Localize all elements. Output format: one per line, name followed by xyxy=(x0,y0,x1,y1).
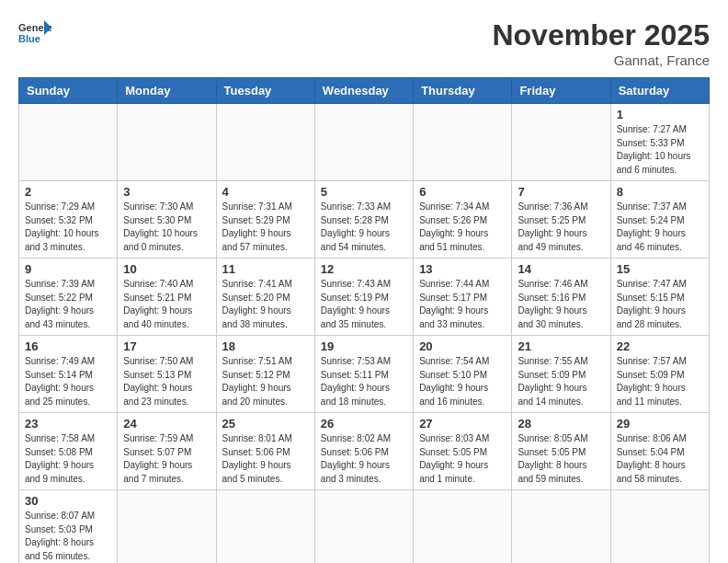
day-info: Sunrise: 7:50 AM Sunset: 5:13 PM Dayligh… xyxy=(123,355,210,408)
day-number: 9 xyxy=(25,262,111,276)
calendar-cell xyxy=(610,490,709,564)
day-header-saturday: Saturday xyxy=(610,78,709,104)
day-info: Sunrise: 7:37 AM Sunset: 5:24 PM Dayligh… xyxy=(617,201,703,254)
day-info: Sunrise: 7:34 AM Sunset: 5:26 PM Dayligh… xyxy=(419,201,506,254)
day-number: 25 xyxy=(222,417,309,431)
day-number: 26 xyxy=(321,417,407,431)
calendar-cell: 8Sunrise: 7:37 AM Sunset: 5:24 PM Daylig… xyxy=(610,181,709,259)
page-header: General Blue November 2025 Gannat, Franc… xyxy=(18,18,710,68)
location-label: Gannat, France xyxy=(492,52,710,68)
day-info: Sunrise: 7:58 AM Sunset: 5:08 PM Dayligh… xyxy=(25,432,111,486)
day-number: 7 xyxy=(518,185,604,199)
calendar-cell xyxy=(118,490,216,564)
day-number: 4 xyxy=(222,185,309,199)
week-row-5: 30Sunrise: 8:07 AM Sunset: 5:03 PM Dayli… xyxy=(19,490,710,564)
day-number: 24 xyxy=(123,417,210,431)
week-row-2: 9Sunrise: 7:39 AM Sunset: 5:22 PM Daylig… xyxy=(19,259,710,336)
calendar-cell: 28Sunrise: 8:05 AM Sunset: 5:05 PM Dayli… xyxy=(512,413,610,490)
day-header-thursday: Thursday xyxy=(414,78,512,104)
day-number: 3 xyxy=(123,185,210,199)
month-title: November 2025 xyxy=(492,18,710,52)
day-number: 8 xyxy=(617,185,703,199)
day-number: 13 xyxy=(419,262,506,276)
day-number: 19 xyxy=(321,339,407,353)
week-row-3: 16Sunrise: 7:49 AM Sunset: 5:14 PM Dayli… xyxy=(19,336,710,413)
day-info: Sunrise: 8:03 AM Sunset: 5:05 PM Dayligh… xyxy=(419,432,506,486)
day-number: 27 xyxy=(419,417,506,431)
calendar-cell xyxy=(118,104,216,181)
calendar-cell xyxy=(216,104,314,181)
days-header-row: SundayMondayTuesdayWednesdayThursdayFrid… xyxy=(19,78,710,104)
day-info: Sunrise: 7:59 AM Sunset: 5:07 PM Dayligh… xyxy=(123,432,210,486)
day-number: 12 xyxy=(321,262,407,276)
calendar-cell: 10Sunrise: 7:40 AM Sunset: 5:21 PM Dayli… xyxy=(118,259,216,336)
day-number: 5 xyxy=(321,185,407,199)
day-number: 30 xyxy=(25,494,111,508)
calendar-table: SundayMondayTuesdayWednesdayThursdayFrid… xyxy=(18,77,710,563)
day-number: 16 xyxy=(25,339,111,353)
calendar-cell: 13Sunrise: 7:44 AM Sunset: 5:17 PM Dayli… xyxy=(414,259,512,336)
day-info: Sunrise: 7:39 AM Sunset: 5:22 PM Dayligh… xyxy=(25,278,111,331)
calendar-cell: 14Sunrise: 7:46 AM Sunset: 5:16 PM Dayli… xyxy=(512,259,610,336)
calendar-cell: 7Sunrise: 7:36 AM Sunset: 5:25 PM Daylig… xyxy=(512,181,610,259)
svg-text:Blue: Blue xyxy=(18,33,40,44)
day-number: 14 xyxy=(518,262,604,276)
day-info: Sunrise: 8:07 AM Sunset: 5:03 PM Dayligh… xyxy=(25,510,111,563)
day-info: Sunrise: 7:46 AM Sunset: 5:16 PM Dayligh… xyxy=(518,278,604,331)
day-info: Sunrise: 7:41 AM Sunset: 5:20 PM Dayligh… xyxy=(222,278,309,331)
day-number: 28 xyxy=(518,417,604,431)
day-info: Sunrise: 8:06 AM Sunset: 5:04 PM Dayligh… xyxy=(617,432,703,486)
calendar-cell: 15Sunrise: 7:47 AM Sunset: 5:15 PM Dayli… xyxy=(610,259,709,336)
calendar-cell: 6Sunrise: 7:34 AM Sunset: 5:26 PM Daylig… xyxy=(414,181,512,259)
title-block: November 2025 Gannat, France xyxy=(492,18,710,68)
day-header-friday: Friday xyxy=(512,78,610,104)
day-number: 17 xyxy=(123,339,210,353)
calendar-cell: 23Sunrise: 7:58 AM Sunset: 5:08 PM Dayli… xyxy=(19,413,118,490)
day-number: 2 xyxy=(25,185,111,199)
day-info: Sunrise: 7:43 AM Sunset: 5:19 PM Dayligh… xyxy=(321,278,407,331)
calendar-cell: 19Sunrise: 7:53 AM Sunset: 5:11 PM Dayli… xyxy=(314,336,413,413)
calendar-cell: 24Sunrise: 7:59 AM Sunset: 5:07 PM Dayli… xyxy=(118,413,216,490)
calendar-cell: 26Sunrise: 8:02 AM Sunset: 5:06 PM Dayli… xyxy=(314,413,413,490)
day-info: Sunrise: 7:53 AM Sunset: 5:11 PM Dayligh… xyxy=(321,355,407,408)
calendar-cell xyxy=(314,490,413,564)
day-info: Sunrise: 7:30 AM Sunset: 5:30 PM Dayligh… xyxy=(123,201,210,254)
day-number: 6 xyxy=(419,185,506,199)
day-number: 18 xyxy=(222,339,309,353)
calendar-cell xyxy=(512,104,610,181)
day-info: Sunrise: 7:40 AM Sunset: 5:21 PM Dayligh… xyxy=(123,278,210,331)
calendar-cell xyxy=(512,490,610,564)
calendar-cell: 21Sunrise: 7:55 AM Sunset: 5:09 PM Dayli… xyxy=(512,336,610,413)
day-header-wednesday: Wednesday xyxy=(314,78,413,104)
calendar-cell: 3Sunrise: 7:30 AM Sunset: 5:30 PM Daylig… xyxy=(118,181,216,259)
calendar-cell xyxy=(414,104,512,181)
calendar-cell: 27Sunrise: 8:03 AM Sunset: 5:05 PM Dayli… xyxy=(414,413,512,490)
day-number: 1 xyxy=(617,108,703,121)
calendar-cell: 1Sunrise: 7:27 AM Sunset: 5:33 PM Daylig… xyxy=(610,104,709,181)
day-info: Sunrise: 7:36 AM Sunset: 5:25 PM Dayligh… xyxy=(518,201,604,254)
logo: General Blue xyxy=(18,18,51,46)
day-info: Sunrise: 7:44 AM Sunset: 5:17 PM Dayligh… xyxy=(419,278,506,331)
generalblue-logo-icon: General Blue xyxy=(18,18,51,46)
calendar-cell: 12Sunrise: 7:43 AM Sunset: 5:19 PM Dayli… xyxy=(314,259,413,336)
calendar-cell: 4Sunrise: 7:31 AM Sunset: 5:29 PM Daylig… xyxy=(216,181,314,259)
day-info: Sunrise: 7:27 AM Sunset: 5:33 PM Dayligh… xyxy=(617,123,703,177)
day-info: Sunrise: 8:01 AM Sunset: 5:06 PM Dayligh… xyxy=(222,432,309,486)
calendar-cell: 9Sunrise: 7:39 AM Sunset: 5:22 PM Daylig… xyxy=(19,259,118,336)
calendar-cell: 17Sunrise: 7:50 AM Sunset: 5:13 PM Dayli… xyxy=(118,336,216,413)
day-number: 23 xyxy=(25,417,111,431)
calendar-cell: 30Sunrise: 8:07 AM Sunset: 5:03 PM Dayli… xyxy=(19,490,118,564)
day-info: Sunrise: 7:51 AM Sunset: 5:12 PM Dayligh… xyxy=(222,355,309,408)
day-header-tuesday: Tuesday xyxy=(216,78,314,104)
calendar-cell: 22Sunrise: 7:57 AM Sunset: 5:09 PM Dayli… xyxy=(610,336,709,413)
week-row-1: 2Sunrise: 7:29 AM Sunset: 5:32 PM Daylig… xyxy=(19,181,710,259)
week-row-4: 23Sunrise: 7:58 AM Sunset: 5:08 PM Dayli… xyxy=(19,413,710,490)
calendar-cell: 5Sunrise: 7:33 AM Sunset: 5:28 PM Daylig… xyxy=(314,181,413,259)
day-info: Sunrise: 7:57 AM Sunset: 5:09 PM Dayligh… xyxy=(617,355,703,408)
day-number: 20 xyxy=(419,339,506,353)
day-info: Sunrise: 7:33 AM Sunset: 5:28 PM Dayligh… xyxy=(321,201,407,254)
day-number: 11 xyxy=(222,262,309,276)
day-info: Sunrise: 8:05 AM Sunset: 5:05 PM Dayligh… xyxy=(518,432,604,486)
day-header-sunday: Sunday xyxy=(19,78,118,104)
calendar-cell: 29Sunrise: 8:06 AM Sunset: 5:04 PM Dayli… xyxy=(610,413,709,490)
